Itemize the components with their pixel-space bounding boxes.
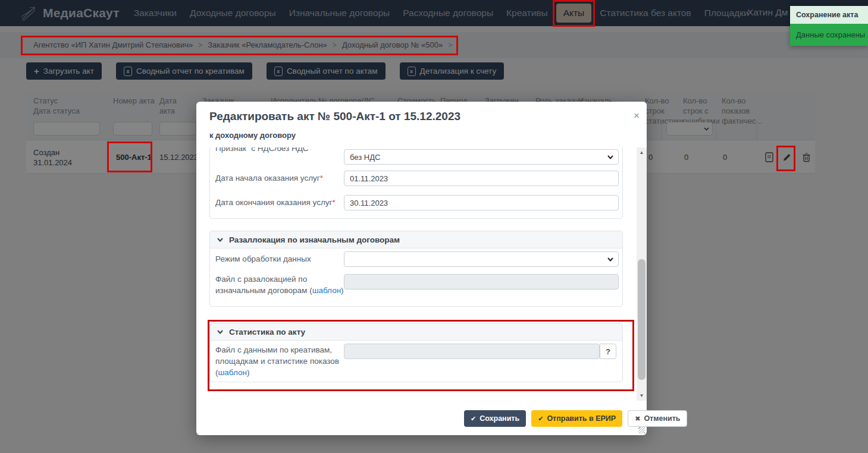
vat-select-value: без НДС: [350, 153, 380, 162]
stats-template-link[interactable]: шаблон: [218, 368, 247, 377]
end-date-label: Дата окончания оказания услуг*: [215, 197, 336, 208]
toast-title: Сохранение акта: [790, 6, 868, 24]
modal-scrollbar: ▲ ▼: [637, 147, 647, 401]
help-button[interactable]: ?: [600, 344, 616, 359]
end-date-label-text: Дата окончания оказания услуг: [215, 198, 333, 207]
modal-title: Редактировать акт № 500-Акт-1 от 15.12.2…: [209, 110, 460, 123]
start-date-label: Дата начала оказания услуг*: [215, 172, 323, 184]
scroll-down-icon[interactable]: ▼: [637, 393, 647, 398]
processing-mode-label: Режим обработки данных: [215, 253, 311, 265]
realloc-file-label: Файл с разалокацией по изначальным догов…: [215, 273, 345, 296]
screen: МедиаСкаут Заказчики Доходные договоры И…: [0, 0, 868, 453]
toast-message: Данные сохранены: [790, 24, 868, 46]
realloc-file-label-text: ): [341, 286, 344, 295]
vat-select[interactable]: без НДС: [344, 149, 619, 165]
chevron-down-icon: [607, 155, 613, 159]
save-button[interactable]: ✔ Сохранить: [464, 410, 526, 427]
modal-footer: ✔ Сохранить ✔ Отправить в ЕРИР ✖ Отменит…: [464, 410, 687, 427]
chevron-down-icon: [607, 257, 613, 262]
required-mark: *: [320, 174, 323, 183]
resize-handle[interactable]: [638, 427, 645, 433]
stats-file-label: Файл с данными по креативам, площадкам и…: [215, 344, 363, 378]
modal-scroll-area: Признак "с НДС/без НДС" без НДС Дата нач…: [196, 147, 637, 401]
cross-icon: ✖: [635, 415, 640, 423]
processing-mode-select[interactable]: [344, 251, 619, 267]
start-date-label-text: Дата начала оказания услуг: [215, 174, 320, 183]
start-date-input[interactable]: [344, 171, 619, 186]
stats-section-title: Статистика по акту: [229, 328, 305, 336]
realloc-file-input[interactable]: [344, 274, 619, 290]
save-button-label: Сохранить: [480, 414, 519, 423]
chevron-down-icon: [217, 330, 223, 334]
send-to-erir-button[interactable]: ✔ Отправить в ЕРИР: [531, 410, 622, 427]
vat-label: Признак "с НДС/без НДС": [215, 147, 311, 154]
cancel-button[interactable]: ✖ Отменить: [628, 410, 687, 427]
close-icon[interactable]: ×: [634, 110, 640, 122]
realloc-section-title: Разаллокация по изначальным договорам: [229, 235, 400, 244]
scrollbar-thumb[interactable]: [638, 259, 645, 380]
stats-file-label-text: ): [247, 368, 250, 377]
save-toast[interactable]: Сохранение акта Данные сохранены: [790, 6, 868, 46]
realloc-template-link[interactable]: шаблон: [312, 286, 341, 295]
chevron-down-icon: [217, 238, 223, 242]
required-mark: *: [333, 198, 336, 207]
modal-subtitle: к доходному договору: [209, 131, 296, 140]
stats-section-header[interactable]: Статистика по акту: [210, 323, 622, 341]
end-date-input[interactable]: [344, 195, 619, 210]
send-to-erir-label: Отправить в ЕРИР: [547, 414, 616, 423]
check-icon: ✔: [471, 415, 476, 423]
stats-file-input[interactable]: [344, 344, 600, 359]
edit-act-modal: Редактировать акт № 500-Акт-1 от 15.12.2…: [196, 102, 647, 435]
cancel-button-label: Отменить: [644, 414, 680, 423]
realloc-section-header[interactable]: Разаллокация по изначальным договорам: [210, 231, 622, 248]
scroll-up-icon[interactable]: ▲: [637, 150, 647, 155]
realloc-file-label-text: Файл с разалокацией по изначальным догов…: [215, 275, 312, 295]
check-icon: ✔: [538, 415, 543, 423]
